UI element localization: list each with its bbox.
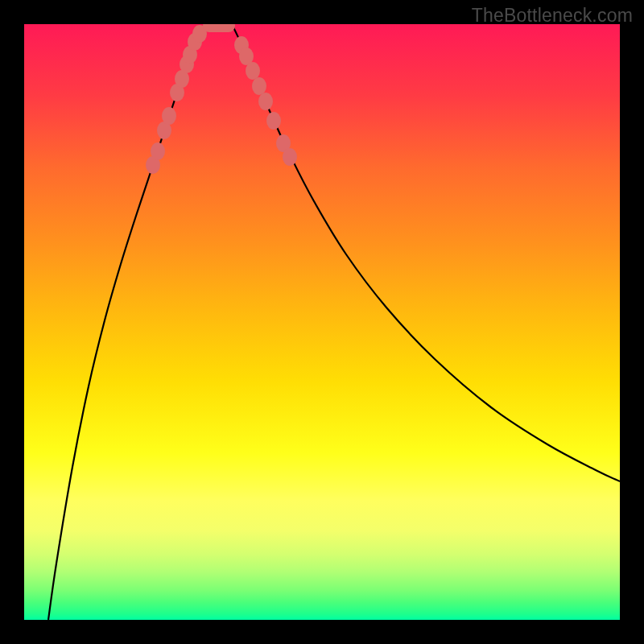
markers-left-group xyxy=(146,25,207,174)
right-curve xyxy=(232,24,620,481)
marker-right xyxy=(283,148,297,166)
marker-right xyxy=(246,62,260,80)
curve-layer xyxy=(24,24,620,620)
marker-right xyxy=(252,77,266,95)
plot-area xyxy=(24,24,620,620)
watermark-text: TheBottleneck.com xyxy=(472,5,633,27)
marker-right xyxy=(266,112,281,130)
markers-right-group xyxy=(234,36,297,166)
bottom-cap xyxy=(203,24,235,32)
left-curve xyxy=(48,24,208,620)
marker-left xyxy=(162,107,176,125)
chart-frame: TheBottleneck.com xyxy=(0,0,644,644)
marker-right xyxy=(258,93,273,110)
marker-left xyxy=(151,142,165,160)
